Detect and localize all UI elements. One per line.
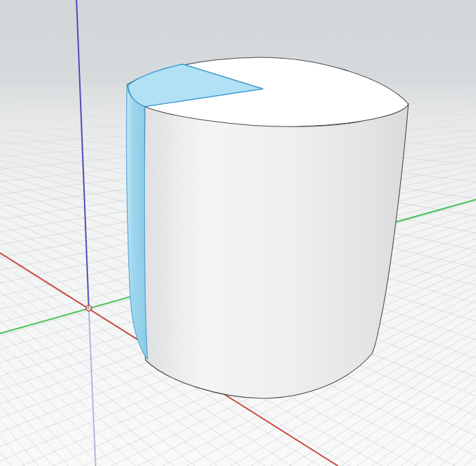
viewport-canvas[interactable]	[0, 0, 476, 466]
cylinder[interactable]	[126, 57, 408, 398]
cylinder-side-face[interactable]	[144, 104, 408, 398]
origin-marker	[86, 305, 92, 311]
viewport[interactable]	[0, 0, 476, 466]
